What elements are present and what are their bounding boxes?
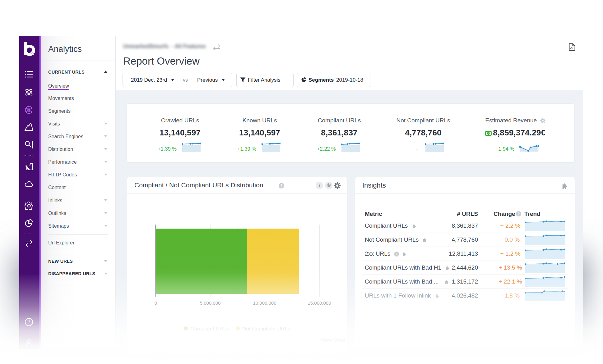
svg-text:0: 0 — [488, 132, 489, 135]
svg-text:?: ? — [280, 184, 283, 188]
svg-text:i: i — [319, 183, 320, 188]
svg-text:?: ? — [395, 252, 397, 256]
svg-text:?: ? — [517, 212, 520, 216]
